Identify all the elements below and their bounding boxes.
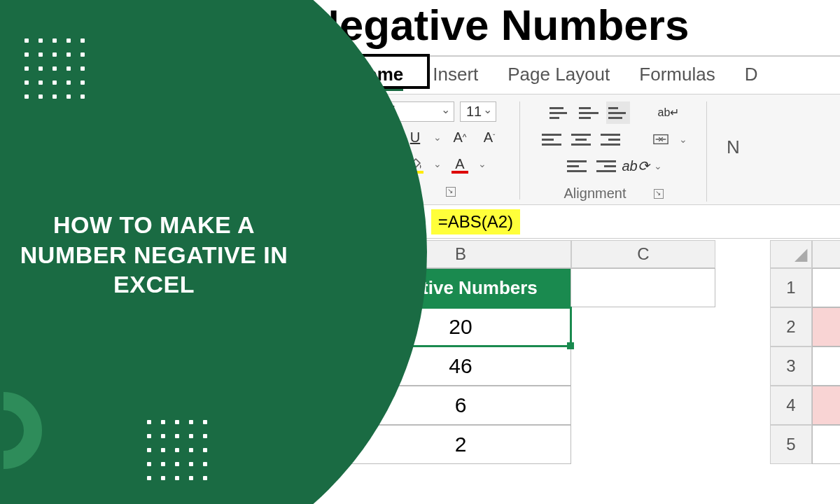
row-header[interactable]: 4 <box>770 386 812 425</box>
align-right-button[interactable] <box>598 128 622 150</box>
tab-page-layout[interactable]: Page Layout <box>507 64 610 85</box>
align-center-button[interactable] <box>569 128 593 150</box>
grow-font-button[interactable]: A^ <box>448 126 472 148</box>
col-c-letter[interactable]: C <box>571 240 715 268</box>
cell[interactable] <box>812 346 840 386</box>
merge-button[interactable] <box>649 128 673 150</box>
decorative-half-ring <box>0 392 42 469</box>
cell[interactable] <box>812 307 840 346</box>
col-letter-cut[interactable] <box>812 240 840 268</box>
shrink-font-button[interactable]: Aˇ <box>477 126 501 148</box>
wrap-text-button[interactable]: ab↵ <box>657 102 680 124</box>
indent-inc-button[interactable] <box>594 155 618 177</box>
cell-b5[interactable]: 2 <box>350 425 571 464</box>
font-color-button[interactable]: A <box>448 153 472 175</box>
cell[interactable] <box>812 386 840 425</box>
row-header[interactable]: 2 <box>770 307 812 346</box>
column-c: C <box>571 240 715 464</box>
merge-icon <box>653 132 668 147</box>
tab-cut[interactable]: D <box>745 64 758 85</box>
cell[interactable] <box>812 425 840 464</box>
group-cut-label: N <box>727 102 740 158</box>
tab-insert[interactable]: Insert <box>433 64 478 85</box>
col-header-n-label: N <box>812 268 840 307</box>
decorative-dots-top <box>24 38 85 99</box>
align-top-button[interactable] <box>547 102 571 124</box>
cell[interactable] <box>571 307 715 346</box>
row-header[interactable]: 3 <box>770 346 812 386</box>
font-size-select[interactable]: 11 <box>460 102 496 122</box>
alignment-dialog-launcher[interactable] <box>654 189 664 199</box>
cell[interactable] <box>571 386 715 425</box>
underline-drop-icon[interactable]: ⌄ <box>433 126 442 148</box>
alignment-group: ab↵ ⌄ ab⟳ ⌄ Alignment <box>540 102 707 202</box>
orientation-button[interactable]: ab⟳ <box>624 155 648 177</box>
wrap-text-label: ab <box>658 107 671 118</box>
fontcolor-drop-icon[interactable]: ⌄ <box>477 153 487 175</box>
fill-drop-icon[interactable]: ⌄ <box>433 153 442 175</box>
indent-dec-button[interactable] <box>565 155 589 177</box>
row-header[interactable]: 5 <box>770 425 812 464</box>
cell[interactable] <box>571 346 715 386</box>
align-bottom-button[interactable] <box>606 102 630 124</box>
orientation-drop-icon[interactable]: ⌄ <box>653 155 663 177</box>
decorative-dots-bottom <box>147 420 207 480</box>
cell[interactable] <box>571 268 715 307</box>
right-inset-grid: ◢ 1 2 3 4 5 N <box>770 240 840 464</box>
cell[interactable] <box>571 425 715 464</box>
overlay-title: HOW TO MAKE A NUMBER NEGATIVE IN EXCEL <box>0 210 308 300</box>
title-negative-numbers: Negative Numbers <box>294 0 840 55</box>
alignment-group-label: Alignment <box>564 186 626 202</box>
green-overlay: HOW TO MAKE A NUMBER NEGATIVE IN EXCEL <box>0 0 427 504</box>
select-all-triangle[interactable]: ◢ <box>770 240 812 268</box>
align-middle-button[interactable] <box>577 102 601 124</box>
formula-input[interactable]: =ABS(A2) <box>431 209 520 234</box>
merge-drop-icon[interactable]: ⌄ <box>678 128 688 150</box>
font-dialog-launcher[interactable] <box>446 187 456 197</box>
row-header[interactable]: 1 <box>770 268 812 307</box>
tab-formulas[interactable]: Formulas <box>639 64 715 85</box>
align-left-button[interactable] <box>540 128 564 150</box>
